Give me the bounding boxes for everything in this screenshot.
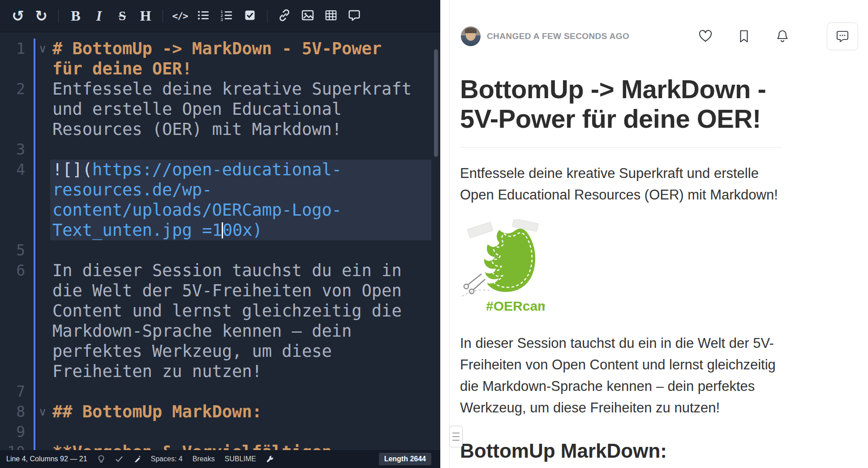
code-icon: </>	[172, 11, 188, 22]
italic-button[interactable]: I	[87, 4, 111, 28]
svg-text:3: 3	[221, 17, 223, 22]
line-number: 2	[0, 79, 25, 139]
oercamp-caption: #OERcamp	[486, 299, 545, 313]
doc-subheading: BottomUp MarkDown:	[460, 440, 782, 468]
strikethrough-button[interactable]: S	[111, 4, 134, 28]
code-line-text[interactable]: ∨# BottomUp -> MarkDown - 5V-Power für d…	[52, 39, 431, 79]
brush-icon[interactable]	[133, 455, 141, 463]
line-number: 5	[0, 240, 25, 260]
check-list-button[interactable]	[238, 4, 262, 28]
editor-status-bar: Line 4, Columns 92 — 21 Spaces: 4 Breaks…	[0, 450, 440, 468]
toolbar-separator	[267, 9, 267, 23]
editor-scrollbar[interactable]	[434, 49, 438, 157]
code-line-text[interactable]	[52, 240, 431, 260]
oercamp-logo-image: #OERcamp	[460, 219, 782, 317]
toolbar-separator	[58, 9, 59, 23]
line-number: 4	[0, 160, 25, 240]
open-comments-button[interactable]	[827, 22, 858, 50]
split-drag-handle[interactable]	[449, 426, 463, 447]
line-number: 3	[0, 139, 25, 160]
doc-paragraph-2: In dieser Session tauchst du ein in die …	[460, 333, 782, 419]
code-line-row[interactable]: 8∨## BottomUp MarkDown:	[0, 402, 440, 422]
code-line-row[interactable]: 5	[0, 240, 440, 260]
undo-icon: ↺	[12, 7, 24, 25]
ordered-list-icon: 123	[220, 9, 233, 23]
line-number: 10	[0, 442, 25, 450]
avatar[interactable]	[461, 26, 481, 46]
image-button[interactable]	[296, 4, 319, 28]
italic-icon: I	[96, 8, 102, 24]
code-line-text[interactable]: In dieser Session tauchst du ein in die …	[52, 260, 431, 381]
heading-icon: H	[140, 8, 151, 24]
ordered-list-button[interactable]: 123	[215, 4, 238, 28]
line-number: 9	[0, 422, 25, 442]
code-line-text[interactable]	[52, 139, 431, 160]
link-icon	[278, 9, 291, 23]
code-line-row[interactable]: 10**Vorgehen & Vervielfältigen	[0, 442, 440, 450]
wrench-icon[interactable]	[266, 455, 274, 463]
unordered-list-button[interactable]	[192, 4, 215, 28]
line-number: 8	[0, 402, 25, 422]
lightbulb-icon[interactable]	[97, 455, 105, 463]
doc-paragraph-1: Entfessele deine kreative Superkraft und…	[460, 163, 782, 206]
authorship-color-bar	[34, 39, 35, 450]
code-line-text[interactable]	[52, 422, 431, 442]
code-line-text[interactable]: ∨## BottomUp MarkDown:	[52, 402, 431, 422]
code-line-row[interactable]: 1∨# BottomUp -> MarkDown - 5V-Power für …	[0, 39, 440, 79]
comment-button[interactable]	[343, 4, 366, 28]
bold-icon: B	[71, 8, 80, 24]
table-button[interactable]	[319, 4, 343, 28]
strikethrough-icon: S	[119, 9, 126, 23]
table-icon	[324, 9, 338, 23]
code-editor[interactable]: 1∨# BottomUp -> MarkDown - 5V-Power für …	[0, 32, 440, 450]
bold-button[interactable]: B	[64, 4, 87, 28]
heart-icon[interactable]	[698, 29, 713, 44]
unordered-list-icon	[197, 9, 210, 23]
redo-button[interactable]: ↻	[30, 4, 53, 28]
spellcheck-icon[interactable]	[115, 455, 123, 463]
preview-pane: CHANGED A FEW SECONDS AGO BottomUp -> Ma…	[449, 0, 868, 468]
note-actions	[698, 22, 858, 50]
image-icon	[301, 9, 314, 23]
fold-chevron-icon[interactable]: ∨	[39, 39, 47, 59]
check-list-icon	[244, 9, 256, 23]
toolbar-separator	[163, 9, 163, 23]
line-number: 1	[0, 39, 25, 79]
code-lines: 1∨# BottomUp -> MarkDown - 5V-Power für …	[0, 39, 440, 450]
redo-icon: ↻	[35, 7, 47, 25]
code-line-row[interactable]: 6In dieser Session tauchst du ein in die…	[0, 260, 440, 381]
code-line-row[interactable]: 2Entfessele deine kreative Superkraft un…	[0, 79, 440, 139]
code-line-text[interactable]: Entfessele deine kreative Superkraft und…	[52, 79, 431, 139]
code-line-row[interactable]: 4![](https://open-educational-resources.…	[0, 160, 440, 240]
editor-toolbar: ↺ ↻ B I S H </> 123	[0, 0, 440, 32]
note-meta-bar: CHANGED A FEW SECONDS AGO	[460, 0, 868, 50]
code-line-text[interactable]	[52, 381, 431, 402]
code-line-row[interactable]: 9	[0, 422, 440, 442]
fold-chevron-icon[interactable]: ∨	[39, 402, 47, 422]
heading-button[interactable]: H	[134, 4, 157, 28]
line-number: 6	[0, 260, 25, 381]
doc-title: BottomUp -> MarkDown - 5V-Power für dein…	[460, 74, 782, 147]
cursor-position: Line 4, Columns 92 — 21	[6, 455, 87, 463]
code-button[interactable]: </>	[168, 4, 192, 28]
bell-icon[interactable]	[775, 29, 790, 44]
last-changed-label: CHANGED A FEW SECONDS AGO	[487, 31, 629, 41]
link-button[interactable]	[273, 4, 296, 28]
code-line-text[interactable]: ![](https://open-educational-resources.d…	[52, 160, 431, 240]
keymap-setting[interactable]: SUBLIME	[225, 455, 256, 463]
code-line-row[interactable]: 3	[0, 139, 440, 160]
length-indicator: Length 2644	[379, 453, 431, 465]
rendered-document: BottomUp -> MarkDown - 5V-Power für dein…	[460, 74, 782, 468]
editor-pane: ↺ ↻ B I S H </> 123 1∨# BottomUp -> Mark…	[0, 0, 440, 468]
code-line-row[interactable]: 7	[0, 381, 440, 402]
app-window: ↺ ↻ B I S H </> 123 1∨# BottomUp -> Mark…	[0, 0, 868, 468]
indent-setting[interactable]: Spaces: 4	[151, 455, 183, 463]
bookmark-icon[interactable]	[736, 29, 752, 44]
linebreak-setting[interactable]: Breaks	[193, 455, 215, 463]
code-line-text[interactable]: **Vorgehen & Vervielfältigen	[52, 442, 431, 450]
undo-button[interactable]: ↺	[6, 4, 30, 28]
line-number: 7	[0, 381, 25, 402]
comment-icon	[348, 9, 361, 23]
